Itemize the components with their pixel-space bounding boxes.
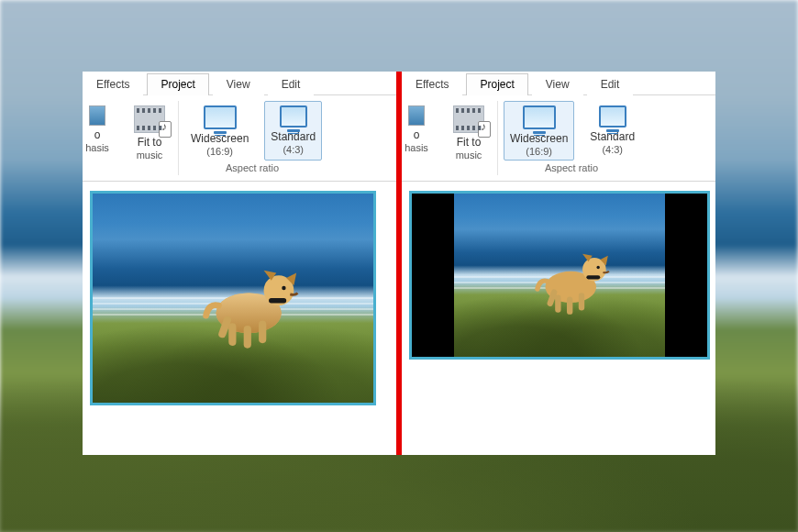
ribbon-btn-widescreen[interactable]: Widescreen (16:9): [504, 101, 574, 161]
svg-rect-11: [587, 275, 601, 279]
ribbon-sublabel: (16:9): [206, 146, 233, 158]
ribbon-btn-emphasis-partial[interactable]: o hasis: [404, 101, 435, 164]
ribbon-label: Widescreen: [510, 133, 568, 146]
video-preview-widescreen[interactable]: [409, 191, 710, 360]
pillarbox-right: [665, 194, 707, 357]
svg-rect-3: [269, 298, 286, 303]
ribbon-btn-fit-to-music[interactable]: Fit to music: [444, 101, 493, 164]
tab-edit[interactable]: Edit: [587, 73, 634, 95]
ribbon-label: Fit to: [457, 137, 482, 150]
panel-left: Effects Project View Edit o hasis: [83, 72, 396, 455]
monitor-wide-icon: [523, 105, 556, 129]
video-preview-standard[interactable]: [90, 191, 376, 405]
ribbon-tabs: Effects Project View Edit: [402, 72, 715, 95]
ribbon-group-label: [83, 166, 174, 181]
pillarbox-left: [412, 194, 454, 357]
ribbon-sublabel: hasis: [85, 142, 109, 154]
ribbon: o hasis Fit to music: [402, 95, 715, 182]
ribbon-tabs: Effects Project View Edit: [83, 72, 396, 95]
svg-point-16: [597, 265, 600, 268]
tab-edit[interactable]: Edit: [268, 73, 315, 95]
svg-rect-5: [243, 326, 250, 349]
svg-rect-6: [259, 320, 266, 343]
svg-rect-12: [556, 294, 561, 312]
ribbon-sublabel: hasis: [405, 142, 428, 154]
svg-point-8: [282, 285, 285, 289]
preview-area: [83, 182, 396, 413]
ribbon-label: Widescreen: [191, 133, 249, 146]
preview-frame-image: [454, 194, 665, 357]
ribbon-sublabel: music: [456, 150, 482, 161]
ribbon-group-label-aspect: Aspect ratio: [502, 162, 641, 177]
monitor-standard-icon: [280, 105, 307, 127]
ribbon-label: Standard: [590, 131, 635, 144]
ribbon-sublabel: music: [137, 150, 163, 161]
film-music-icon: [134, 105, 165, 133]
ribbon-label: o: [94, 129, 101, 142]
panel-right: Effects Project View Edit o hasis: [402, 72, 715, 455]
ribbon-label: Standard: [271, 131, 316, 144]
film-music-icon: [453, 105, 484, 133]
preview-area: [402, 182, 715, 367]
ribbon-btn-standard[interactable]: Standard (4:3): [583, 101, 641, 161]
thumbnail-icon: [408, 105, 425, 126]
tab-view[interactable]: View: [532, 73, 583, 95]
tab-project[interactable]: Project: [466, 73, 527, 95]
tab-view[interactable]: View: [213, 73, 264, 95]
dog-illustration: [513, 230, 629, 328]
ribbon-label: Fit to: [138, 137, 162, 150]
ribbon-sublabel: (16:9): [526, 146, 552, 158]
ribbon-group-label-aspect: Aspect ratio: [183, 162, 322, 177]
ribbon-group-label: [402, 166, 493, 181]
preview-frame-image: [93, 194, 373, 403]
tab-effects[interactable]: Effects: [83, 73, 143, 95]
svg-rect-13: [567, 296, 572, 314]
ribbon-label: o: [414, 129, 420, 142]
tab-project[interactable]: Project: [147, 73, 208, 95]
svg-rect-14: [579, 293, 584, 310]
ribbon-sublabel: (4:3): [602, 144, 623, 156]
ribbon-btn-fit-to-music[interactable]: Fit to music: [125, 101, 174, 164]
ribbon-sublabel: (4:3): [283, 144, 304, 156]
tab-effects[interactable]: Effects: [402, 73, 462, 95]
ribbon-btn-standard[interactable]: Standard (4:3): [264, 101, 322, 161]
dog-illustration: [172, 240, 326, 366]
monitor-standard-icon: [599, 105, 626, 127]
thumbnail-icon: [89, 105, 105, 126]
monitor-wide-icon: [204, 105, 237, 129]
comparison-panels: Effects Project View Edit o hasis: [83, 72, 715, 455]
ribbon-btn-widescreen[interactable]: Widescreen (16:9): [184, 101, 255, 161]
svg-rect-4: [228, 323, 236, 346]
ribbon: o hasis Fit to music: [83, 95, 396, 182]
ribbon-btn-emphasis-partial[interactable]: o hasis: [84, 101, 116, 164]
